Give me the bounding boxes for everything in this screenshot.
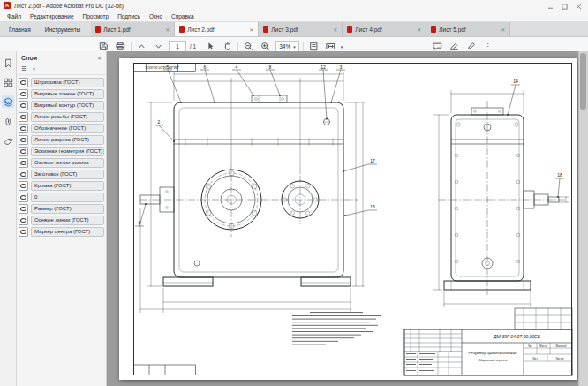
chevron-down-icon: ▾ (293, 44, 296, 49)
menu-edit[interactable]: Редактирование (26, 13, 79, 19)
layer-row[interactable]: Осевые линии (ГОСТ) (19, 216, 104, 225)
doc-tab-list5[interactable]: Лист 5.pdf ✕ (426, 22, 510, 36)
layer-row[interactable]: Видимые тонкие (ГОСТ) (19, 89, 104, 99)
tab-close-icon[interactable]: ✕ (333, 26, 337, 33)
layer-visibility-eye-icon[interactable] (19, 78, 28, 87)
layer-visibility-eye-icon[interactable] (19, 124, 28, 133)
tab-tools[interactable]: Инструменты (38, 22, 88, 36)
svg-text:14: 14 (513, 79, 518, 84)
vertical-scrollbar[interactable] (578, 51, 588, 386)
chevron-down-icon[interactable]: ▾ (341, 44, 343, 49)
menu-help[interactable]: Справка (167, 13, 199, 19)
layers-list: Штриховка (ГОСТ) Видимые тонкие (ГОСТ) В… (17, 75, 106, 239)
title-bar: A Лист 2.pdf - Adobe Acrobat Pro DC (32-… (0, 0, 588, 11)
tab-strip: Главная Инструменты Лист 1.pdf ✕ Лист 2.… (0, 22, 588, 37)
side-view (439, 101, 566, 295)
pdf-page[interactable]: ДМ-39Г-04-07.00.00СБ (119, 58, 577, 380)
svg-text:2: 2 (158, 119, 161, 125)
navigation-pane-strip (0, 51, 17, 386)
tags-icon[interactable] (2, 134, 14, 147)
tab-close-icon[interactable]: ✕ (165, 26, 170, 33)
layer-row[interactable]: Заготовок (ГОСТ) (19, 170, 104, 179)
layer-row[interactable]: Осевые линии ролика (19, 158, 104, 168)
svg-text:13: 13 (370, 204, 375, 209)
close-button[interactable] (576, 0, 582, 13)
maximize-button[interactable] (562, 0, 568, 13)
layers-panel: Слои ✕ ☰ ▾ Штриховка (ГОСТ) Видимые тонк… (17, 51, 107, 386)
menu-sign[interactable]: Подпись (113, 13, 145, 19)
pdf-doc-icon (347, 26, 352, 33)
content-area: Слои ✕ ☰ ▾ Штриховка (ГОСТ) Видимые тонк… (0, 51, 588, 386)
layer-row[interactable]: Эскизная геометрия (ГОСТ) (19, 147, 104, 156)
layers-icon[interactable] (2, 95, 14, 108)
pdf-doc-icon (263, 26, 268, 33)
layer-visibility-eye-icon[interactable] (19, 147, 28, 156)
position-numbers: 5 6 4 8 12 3 17 13 (135, 64, 564, 227)
technical-notes (292, 312, 381, 344)
minimize-button[interactable] (547, 0, 554, 13)
zoom-value: 34% (279, 43, 290, 49)
svg-text:4: 4 (236, 64, 238, 70)
layer-row[interactable]: Маркер центра (ГОСТ) (19, 227, 104, 237)
panel-options-icon[interactable]: ☰ (21, 65, 26, 72)
title-block: ДМ-39Г-04-07.00.00СБ Редуктор цилиндриче… (404, 329, 572, 375)
layer-visibility-eye-icon[interactable] (19, 112, 28, 122)
layer-visibility-eye-icon[interactable] (19, 193, 28, 202)
menu-file[interactable]: Файл (3, 13, 26, 19)
menu-view[interactable]: Просмотр (79, 13, 114, 19)
title-block-extension (515, 308, 572, 329)
tab-home[interactable]: Главная (2, 22, 38, 36)
layer-row[interactable]: Линии разреза (ГОСТ) (19, 135, 104, 145)
layer-visibility-eye-icon[interactable] (19, 135, 28, 145)
svg-text:12: 12 (320, 64, 326, 70)
layer-visibility-eye-icon[interactable] (19, 89, 28, 99)
page-total-label: / 1 (190, 43, 196, 49)
doc-tab-list3[interactable]: Лист 3.pdf ✕ (259, 22, 343, 36)
svg-text:18: 18 (557, 172, 562, 178)
page-thumbnails-icon[interactable] (2, 76, 14, 88)
layer-row[interactable]: Линии резьбы (ГОСТ) (19, 112, 104, 122)
doc-tab-list1[interactable]: Лист 1.pdf ✕ (91, 22, 175, 36)
svg-text:Масштаб: Масштаб (556, 344, 567, 348)
svg-text:3: 3 (340, 64, 343, 70)
bottom-left-cells (134, 365, 196, 375)
document-area[interactable]: ДМ-39Г-04-07.00.00СБ (107, 51, 588, 386)
layers-panel-title: Слои (21, 55, 37, 61)
front-view (140, 95, 358, 286)
layer-visibility-eye-icon[interactable] (19, 216, 28, 225)
menu-bar: Файл Редактирование Просмотр Подпись Окн… (0, 11, 588, 22)
svg-text:Редуктор цилиндрический: Редуктор цилиндрический (468, 351, 517, 355)
layer-visibility-eye-icon[interactable] (19, 101, 28, 110)
menu-window[interactable]: Окно (145, 13, 167, 19)
svg-text:6: 6 (204, 64, 207, 70)
layer-row[interactable]: Размер (ГОСТ) (19, 204, 104, 214)
tab-close-icon[interactable]: ✕ (249, 26, 253, 33)
pdf-doc-icon (179, 26, 185, 33)
layer-row[interactable]: Обозначение (ГОСТ) (19, 124, 104, 133)
layer-row[interactable]: 0 (19, 193, 104, 202)
svg-text:8: 8 (269, 64, 272, 70)
layer-visibility-eye-icon[interactable] (19, 227, 28, 237)
bookmarks-icon[interactable] (2, 57, 14, 69)
tab-close-icon[interactable]: ✕ (501, 26, 505, 33)
svg-text:Сборочный чертеж: Сборочный чертеж (478, 359, 508, 362)
svg-text:Масса: Масса (539, 344, 547, 348)
layer-visibility-eye-icon[interactable] (19, 181, 28, 191)
layer-visibility-eye-icon[interactable] (19, 158, 28, 168)
acrobat-app-icon: A (4, 2, 11, 9)
scrollbar-thumb[interactable] (580, 53, 586, 110)
doc-tab-list2[interactable]: Лист 2.pdf ✕ (175, 22, 259, 36)
layer-row[interactable]: Кромка (ГОСТ) (19, 181, 104, 191)
svg-text:Лит.: Лит. (528, 344, 532, 348)
chevron-down-icon[interactable]: ▾ (33, 66, 35, 72)
panel-close-icon[interactable]: ✕ (97, 55, 102, 61)
svg-text:Лист: Лист (532, 357, 539, 360)
attachments-icon[interactable] (2, 115, 14, 127)
layer-visibility-eye-icon[interactable] (19, 204, 28, 214)
layer-row[interactable]: Штриховка (ГОСТ) (19, 78, 104, 87)
tab-close-icon[interactable]: ✕ (417, 26, 421, 33)
layer-row[interactable]: Видимый контур (ГОСТ) (19, 101, 104, 110)
svg-text:17: 17 (370, 158, 375, 163)
layer-visibility-eye-icon[interactable] (19, 170, 28, 179)
doc-tab-list4[interactable]: Лист 4.pdf ✕ (343, 22, 426, 36)
